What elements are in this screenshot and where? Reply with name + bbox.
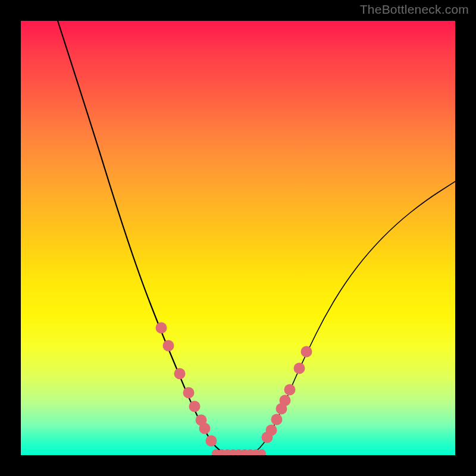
data-marker xyxy=(284,384,296,396)
data-marker xyxy=(189,401,201,412)
data-marker xyxy=(156,322,167,334)
data-marker xyxy=(183,387,195,399)
data-marker xyxy=(258,449,266,455)
chart-frame: TheBottleneck.com xyxy=(0,0,476,476)
data-marker xyxy=(199,423,211,434)
data-marker xyxy=(280,395,291,406)
data-marker xyxy=(294,363,305,374)
data-marker xyxy=(174,368,186,380)
marker-layer xyxy=(21,21,455,455)
data-marker xyxy=(271,414,283,425)
data-marker xyxy=(266,425,277,436)
data-marker xyxy=(301,346,312,358)
data-marker xyxy=(163,340,174,352)
data-marker xyxy=(206,436,217,447)
watermark-text: TheBottleneck.com xyxy=(360,2,469,17)
plot-area xyxy=(21,21,455,455)
